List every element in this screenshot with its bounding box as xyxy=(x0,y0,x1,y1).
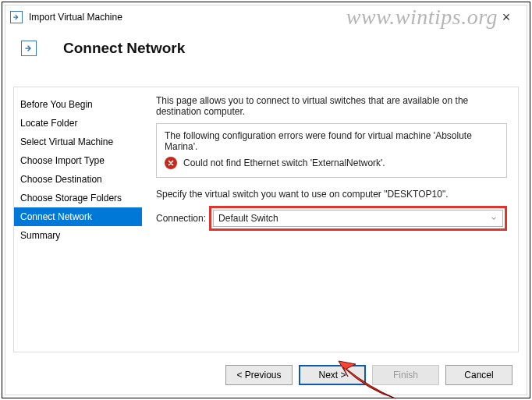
connection-label: Connection: xyxy=(156,213,206,224)
step-select-vm[interactable]: Select Virtual Machine xyxy=(14,133,142,151)
connection-dropdown[interactable]: Default Switch xyxy=(213,210,503,227)
dialog-window: Import Virtual Machine × Connect Network… xyxy=(5,5,527,395)
wizard-body: Before You Begin Locate Folder Select Vi… xyxy=(13,87,519,352)
intro-text: This page allows you to connect to virtu… xyxy=(156,95,507,117)
wizard-content: This page allows you to connect to virtu… xyxy=(142,87,518,352)
titlebar: Import Virtual Machine × xyxy=(5,5,527,29)
next-button[interactable]: Next > xyxy=(299,365,366,385)
error-heading: The following configuration errors were … xyxy=(165,130,498,152)
step-locate-folder[interactable]: Locate Folder xyxy=(14,114,142,133)
step-choose-import-type[interactable]: Choose Import Type xyxy=(14,151,142,170)
page-title: Connect Network xyxy=(63,40,185,57)
error-box: The following configuration errors were … xyxy=(156,123,507,178)
chevron-down-icon xyxy=(490,214,498,222)
window-title: Import Virtual Machine xyxy=(29,12,122,23)
error-line: Could not find Ethernet switch 'External… xyxy=(165,157,498,169)
finish-button: Finish xyxy=(372,365,439,385)
close-button[interactable]: × xyxy=(491,5,522,29)
connection-value: Default Switch xyxy=(218,213,278,224)
step-connect-network[interactable]: Connect Network xyxy=(14,207,142,226)
step-choose-storage[interactable]: Choose Storage Folders xyxy=(14,189,142,207)
step-summary[interactable]: Summary xyxy=(14,226,142,245)
page-icon xyxy=(21,41,37,56)
import-vm-icon xyxy=(10,11,23,23)
specify-text: Specify the virtual switch you want to u… xyxy=(156,189,507,200)
previous-button[interactable]: < Previous xyxy=(225,365,293,385)
connection-row: Connection: Default Switch xyxy=(156,206,507,231)
page-header: Connect Network xyxy=(5,29,527,74)
error-detail: Could not find Ethernet switch 'External… xyxy=(183,158,385,168)
cancel-button[interactable]: Cancel xyxy=(445,365,512,385)
highlight-box: Default Switch xyxy=(209,206,507,231)
wizard-steps-sidebar: Before You Begin Locate Folder Select Vi… xyxy=(14,87,142,352)
error-icon xyxy=(165,157,177,169)
step-choose-destination[interactable]: Choose Destination xyxy=(14,170,142,189)
step-before-you-begin[interactable]: Before You Begin xyxy=(14,95,142,114)
wizard-footer: < Previous Next > Finish Cancel xyxy=(225,365,512,385)
